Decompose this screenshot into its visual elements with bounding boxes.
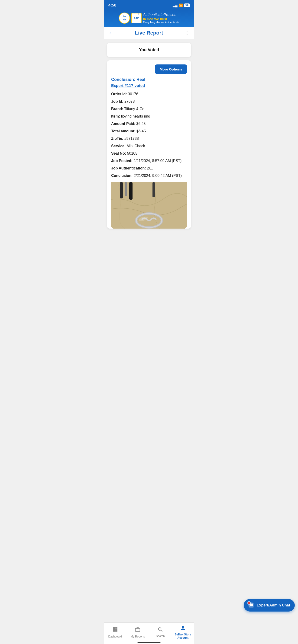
brand-text: AuthenticatePro.com In God We trust Ever…: [143, 12, 179, 24]
account-label: Seller- Store Account: [172, 633, 194, 637]
back-button[interactable]: ←: [108, 30, 114, 36]
brand-label: Brand:: [111, 107, 123, 111]
job-auth-label: Job Authentication:: [111, 166, 146, 170]
status-time: 4:58: [108, 3, 116, 8]
seal-no-value: 50105: [127, 152, 137, 155]
service-field: Service: Mini Check: [111, 143, 187, 149]
job-id-value: 27678: [124, 100, 135, 104]
logo-badge: RealorNot: [119, 12, 130, 24]
brand-bar: RealorNot #AP AuthenticatePro.com In God…: [104, 10, 194, 27]
total-amount-value: $6.45: [136, 129, 146, 133]
order-id-value: 30176: [128, 92, 138, 96]
main-content: You Voted More Options Conclusion: Real …: [104, 39, 194, 637]
status-icons: ▂▄ 📶 59: [173, 4, 190, 7]
nav-item-search[interactable]: Search: [149, 626, 172, 637]
product-image: [111, 182, 187, 228]
brand-name: AuthenticatePro.com: [143, 12, 179, 17]
svg-rect-3: [129, 182, 133, 200]
search-icon: [157, 626, 163, 634]
voted-card: You Voted: [107, 43, 191, 57]
job-id-field: Job Id: 27678: [111, 99, 187, 104]
dashboard-icon: [112, 626, 118, 634]
seal-no-label: Seal No:: [111, 152, 126, 155]
item-label: Item:: [111, 114, 120, 118]
nav-bar: ← Live Report ⋮: [104, 27, 194, 39]
svg-rect-2: [125, 182, 127, 196]
logo-bag: #AP: [131, 13, 142, 23]
seal-no-field: Seal No: 50105: [111, 151, 187, 156]
job-auth-value: 2/...: [147, 166, 153, 170]
job-posted-value: 2/21/2024, 8:57:09 AM (PST): [133, 159, 181, 163]
more-options-button[interactable]: More Options: [155, 64, 187, 74]
total-amount-label: Total amount:: [111, 129, 136, 133]
search-label: Search: [156, 634, 165, 637]
ziptie-label: ZipTie:: [111, 136, 123, 140]
conclusion-link[interactable]: Conclusion: Real: [111, 77, 187, 82]
nav-item-dashboard[interactable]: Dashboard: [104, 626, 127, 637]
job-id-label: Job Id:: [111, 100, 123, 104]
conclusion-date-field: Conclusion: 2/21/2024, 9:00:42 AM (PST): [111, 173, 187, 178]
order-id-field: Order Id: 30176: [111, 91, 187, 97]
voted-text: You Voted: [139, 48, 159, 52]
product-image-svg: [111, 182, 187, 228]
more-menu-button[interactable]: ⋮: [184, 30, 190, 36]
report-header: More Options: [111, 64, 187, 74]
item-field: Item: lioving hearts ring: [111, 114, 187, 119]
total-amount-field: Total amount: $6.45: [111, 128, 187, 134]
brand-tagline1: In God We trust: [143, 17, 179, 21]
page-title: Live Report: [135, 30, 163, 36]
svg-rect-1: [120, 182, 123, 198]
bottom-nav: Dashboard My Reports Search Seller- Stor…: [104, 622, 194, 637]
expert-link[interactable]: Expert #117 voted: [111, 84, 187, 88]
signal-icon: ▂▄: [173, 4, 178, 7]
battery-icon: 59: [184, 4, 190, 7]
ziptie-field: ZipTie: #971738: [111, 136, 187, 142]
conclusion-date-label: Conclusion:: [111, 174, 133, 178]
amount-paid-field: Amount Paid: $6.45: [111, 121, 187, 126]
brand-logo: RealorNot #AP AuthenticatePro.com In God…: [119, 12, 179, 24]
dashboard-label: Dashboard: [108, 635, 122, 637]
svg-rect-4: [152, 182, 155, 197]
wifi-icon: 📶: [179, 4, 183, 7]
nav-item-my-reports[interactable]: My Reports: [127, 626, 149, 637]
my-reports-icon: [135, 626, 141, 634]
ziptie-value: #971738: [124, 136, 139, 140]
status-bar: 4:58 ▂▄ 📶 59: [104, 0, 194, 10]
brand-tagline2: Everything else we Authenticate: [143, 21, 179, 24]
brand-field: Brand: Tiffany & Co.: [111, 106, 187, 112]
job-auth-field: Job Authentication: 2/...: [111, 166, 187, 171]
job-posted-field: Job Posted: 2/21/2024, 8:57:09 AM (PST): [111, 158, 187, 164]
account-icon: [180, 625, 186, 632]
nav-item-account[interactable]: Seller- Store Account: [172, 625, 194, 637]
order-id-label: Order Id:: [111, 92, 127, 96]
service-label: Service:: [111, 144, 126, 148]
job-posted-label: Job Posted:: [111, 159, 133, 163]
amount-paid-label: Amount Paid:: [111, 122, 135, 126]
conclusion-date-value: 2/21/2024, 9:00:42 AM (PST): [134, 174, 182, 178]
my-reports-label: My Reports: [131, 635, 145, 637]
report-card: More Options Conclusion: Real Expert #11…: [107, 60, 191, 228]
amount-paid-value: $6.45: [136, 122, 146, 126]
service-value: Mini Check: [127, 144, 145, 148]
brand-value: Tiffany & Co.: [124, 107, 146, 111]
item-value: lioving hearts ring: [121, 114, 150, 118]
